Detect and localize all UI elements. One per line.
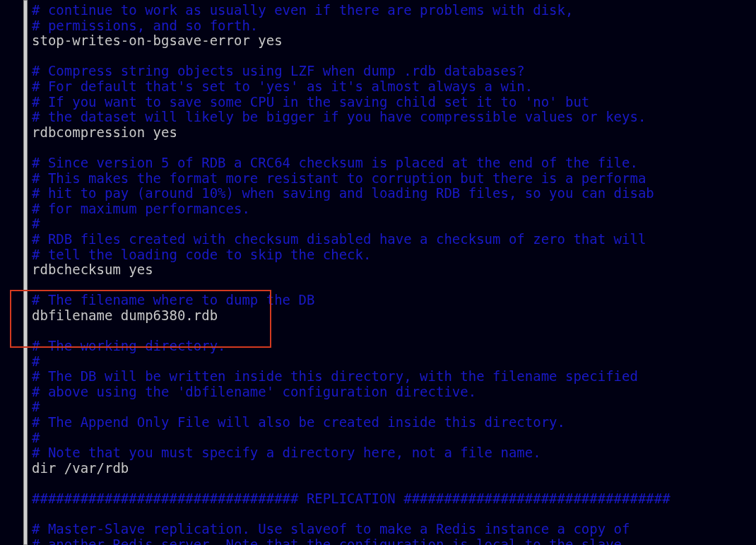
code-line: stop-writes-on-bgsave-error yes: [32, 33, 756, 49]
code-line: dbfilename dump6380.rdb: [32, 308, 756, 324]
code-line: [32, 476, 756, 491]
code-line: [32, 140, 756, 156]
code-line: [32, 49, 756, 64]
code-line: # the dataset will likely be bigger if y…: [32, 110, 756, 125]
terminal-viewport: # continue to work as usually even if th…: [0, 0, 756, 545]
vertical-scrollbar[interactable]: [23, 0, 28, 545]
code-line: [32, 323, 756, 339]
code-line: # The filename where to dump the DB: [32, 293, 756, 308]
code-line: # continue to work as usually even if th…: [32, 3, 756, 18]
code-line: #: [32, 354, 756, 370]
code-line: #: [32, 216, 756, 232]
code-line: # Since version 5 of RDB a CRC64 checksu…: [32, 156, 756, 171]
code-line: # The working directory.: [32, 339, 756, 354]
code-line: dir /var/rdb: [32, 461, 756, 476]
code-line: #: [32, 399, 756, 415]
code-line: # for maximum performances.: [32, 201, 756, 217]
code-line: # tell the loading code to skip the chec…: [32, 247, 756, 263]
code-line: rdbcompression yes: [32, 125, 756, 141]
code-line: #: [32, 430, 756, 446]
code-line: # Compress string objects using LZF when…: [32, 64, 756, 79]
code-line: # above using the 'dbfilename' configura…: [32, 385, 756, 400]
code-line: # For default that's set to 'yes' as it'…: [32, 79, 756, 95]
code-line: [32, 507, 756, 522]
code-line: # The DB will be written inside this dir…: [32, 369, 756, 385]
code-line: # permissions, and so forth.: [32, 18, 756, 34]
code-line: # Master-Slave replication. Use slaveof …: [32, 522, 756, 537]
code-line: # This makes the format more resistant t…: [32, 171, 756, 187]
code-line: # another Redis server. Note that the co…: [32, 537, 756, 545]
code-line: # The Append Only File will also be crea…: [32, 415, 756, 430]
code-line: [32, 278, 756, 293]
config-text-area[interactable]: # continue to work as usually even if th…: [32, 3, 756, 545]
code-line: # Note that you must specify a directory…: [32, 445, 756, 461]
code-line: # If you want to save some CPU in the sa…: [32, 95, 756, 110]
code-line: # RDB files created with checksum disabl…: [32, 232, 756, 247]
code-line: rdbchecksum yes: [32, 262, 756, 278]
code-line: # hit to pay (around 10%) when saving an…: [32, 186, 756, 201]
code-line: ################################# REPLIC…: [32, 491, 756, 507]
